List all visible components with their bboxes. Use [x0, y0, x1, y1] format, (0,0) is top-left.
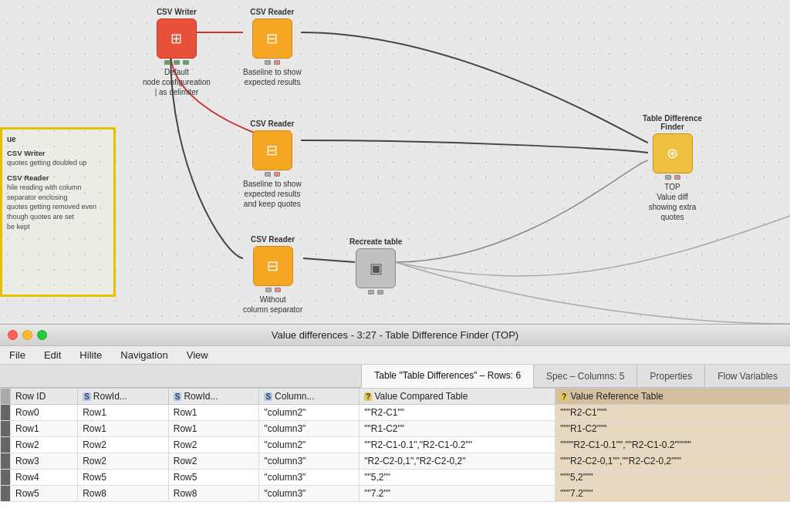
row-indicator	[1, 470, 11, 486]
cell-1: Row1	[168, 421, 259, 437]
table-container[interactable]: Row ID SRowId... SRowId... SColumn... ?V…	[0, 388, 790, 532]
menu-hilite[interactable]: Hilite	[76, 348, 105, 362]
cell-0: Row8	[78, 486, 169, 502]
csv-reader-3-label: CSV Reader	[251, 235, 295, 244]
col-value-compared[interactable]: ?Value Compared Table	[360, 389, 555, 405]
cell-3: ""R1-C2""	[360, 421, 555, 437]
cell-1: Row5	[168, 470, 259, 486]
menu-navigation[interactable]: Navigation	[117, 348, 170, 362]
table-row: Row4Row5Row5"column3"""5,2"""""5,2"""	[1, 470, 790, 486]
cell-3: ""7.2""	[360, 486, 555, 502]
col-value-reference[interactable]: ?Value Reference Table	[555, 389, 790, 405]
cell-1: Row2	[168, 453, 259, 470]
menu-file[interactable]: File	[6, 348, 29, 362]
cell-2: "column3"	[259, 486, 360, 502]
port-1	[164, 60, 170, 65]
csv-reader-1-node[interactable]: CSV Reader ⊟ Baseline to showexpected re…	[243, 8, 302, 87]
table-row: Row0Row1Row1"column2"""R2-C1"""""R2-C1""…	[1, 405, 790, 421]
csv-writer-icon: ⊞	[170, 30, 182, 47]
cell-0: Row1	[78, 421, 169, 437]
row-indicator	[1, 453, 11, 470]
q-icon-2: ?	[560, 392, 568, 401]
cell-3: ""5,2""	[360, 470, 555, 486]
table-diff-finder-icon: ⊛	[667, 145, 678, 162]
csv-writer-box[interactable]: ⊞	[157, 19, 197, 59]
cell-row-id: Row1	[11, 421, 78, 437]
table-diff-finder-label: Table DifferenceFinder	[643, 114, 702, 131]
row-indicator	[1, 437, 11, 453]
port-3	[183, 60, 189, 65]
row-indicator-header	[1, 389, 11, 405]
bottom-panel: Value differences - 3:27 - Table Differe…	[0, 324, 790, 532]
cell-2: "column2"	[259, 405, 360, 421]
csv-reader-1-icon: ⊟	[266, 30, 278, 47]
csv-reader-1-box[interactable]: ⊟	[252, 19, 292, 59]
csv-reader-1-label: CSV Reader	[250, 8, 294, 16]
csv-reader-3-ports	[265, 288, 281, 292]
tab-table-differences[interactable]: Table "Table Differences" – Rows: 6	[361, 365, 533, 388]
cell-4: """7.2"""	[555, 486, 790, 502]
csv-reader-2-icon: ⊟	[266, 142, 278, 159]
issue-title: ue	[7, 134, 109, 145]
tab-spec-columns[interactable]: Spec – Columns: 5	[533, 365, 636, 387]
csv-reader-2-node[interactable]: CSV Reader ⊟ Baseline to showexpected re…	[243, 120, 302, 209]
tab-properties[interactable]: Properties	[636, 365, 704, 387]
csv-reader-2-box[interactable]: ⊟	[252, 130, 292, 170]
csv-writer-node[interactable]: CSV Writer ⊞ Defaultnode configureation|…	[143, 8, 211, 97]
window-title: Value differences - 3:27 - Table Differe…	[272, 329, 518, 341]
recreate-table-node[interactable]: Recreate table ▣	[349, 237, 402, 295]
minimize-button[interactable]	[22, 330, 32, 340]
cell-4: """R2-C2-0,1"",""R2-C2-0,2"""	[555, 453, 790, 470]
port-1	[265, 288, 272, 292]
recreate-table-icon: ▣	[370, 260, 383, 277]
table-diff-finder-node[interactable]: Table DifferenceFinder ⊛ TOPValue diffsh…	[643, 114, 702, 222]
csv-reader-3-node[interactable]: CSV Reader ⊟ Withoutcolumn separator	[243, 235, 302, 315]
cell-0: Row2	[78, 453, 169, 470]
tab-flow-variables[interactable]: Flow Variables	[704, 365, 790, 387]
col-column[interactable]: SColumn...	[259, 389, 360, 405]
port-1	[265, 60, 271, 65]
col-row-id[interactable]: Row ID	[11, 389, 78, 405]
recreate-table-box[interactable]: ▣	[356, 248, 396, 288]
cell-0: Row1	[78, 405, 169, 421]
menu-edit[interactable]: Edit	[41, 348, 64, 362]
port-2	[274, 172, 280, 177]
row-indicator	[1, 486, 11, 502]
issue-item-2-body: hile reading with column separator enclo…	[7, 183, 109, 231]
port-2	[174, 60, 180, 65]
csv-writer-sublabel: Defaultnode configureation| as delimiter	[143, 67, 211, 97]
csv-writer-ports	[164, 60, 189, 65]
recreate-table-ports	[368, 290, 383, 295]
menu-bar: File Edit Hilite Navigation View	[0, 346, 790, 365]
csv-reader-2-label: CSV Reader	[250, 120, 294, 128]
cell-2: "column3"	[259, 421, 360, 437]
issue-panel: ue CSV Writer quotes getting doubled up …	[0, 127, 116, 297]
port-2	[274, 60, 280, 65]
cell-row-id: Row3	[11, 453, 78, 470]
port-2	[674, 175, 680, 180]
close-button[interactable]	[8, 330, 18, 340]
issue-item-2: CSV Reader hile reading with column sepa…	[7, 173, 109, 231]
port-1	[665, 175, 671, 180]
cell-2: "column3"	[259, 453, 360, 470]
canvas-area: ue CSV Writer quotes getting doubled up …	[0, 0, 790, 328]
col-row-id-label: Row ID	[15, 391, 46, 402]
cell-4: """R1-C2"""	[555, 421, 790, 437]
table-diff-finder-box[interactable]: ⊛	[653, 133, 693, 173]
col-rowid-2[interactable]: SRowId...	[168, 389, 259, 405]
csv-reader-3-box[interactable]: ⊟	[253, 246, 293, 286]
tab-bar: Table "Table Differences" – Rows: 6 Spec…	[0, 365, 790, 388]
issue-item-1-header: CSV Writer	[7, 148, 109, 158]
maximize-button[interactable]	[37, 330, 47, 340]
cell-row-id: Row2	[11, 437, 78, 453]
col-rowid-1[interactable]: SRowId...	[78, 389, 169, 405]
table-diff-finder-ports	[665, 175, 680, 180]
cell-0: Row5	[78, 470, 169, 486]
table-row: Row2Row2Row2"column2"""R2-C1-0.1","R2-C1…	[1, 437, 790, 453]
cell-3: "R2-C2-0,1","R2-C2-0,2"	[360, 453, 555, 470]
cell-4: """R2-C1"""	[555, 405, 790, 421]
cell-1: Row2	[168, 437, 259, 453]
port-2	[377, 290, 383, 295]
menu-view[interactable]: View	[184, 348, 211, 362]
cell-1: Row8	[168, 486, 259, 502]
